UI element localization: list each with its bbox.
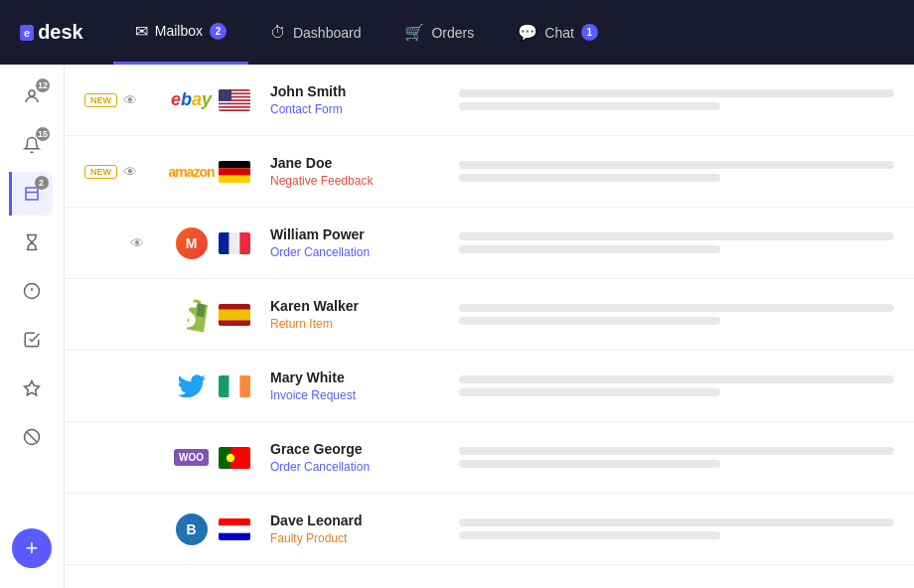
preview-line-1	[459, 161, 894, 169]
star-icon	[23, 379, 41, 397]
sidebar: 12 15 2 +	[0, 65, 65, 588]
table-row[interactable]: B Dave Leonard Faulty Product	[65, 494, 914, 565]
logo-text: desk	[38, 21, 83, 44]
platform-logo-bonanza: B	[164, 514, 219, 545]
svg-rect-22	[219, 309, 250, 320]
new-badge: NEW	[84, 165, 117, 179]
add-button[interactable]: +	[12, 528, 52, 568]
logo[interactable]: e desk	[20, 21, 83, 44]
svg-rect-29	[219, 518, 250, 525]
ticket-type: Order Cancellation	[270, 460, 449, 474]
ticket-tags: 👁	[84, 235, 164, 251]
table-row[interactable]: 👁 M William Power Order Cancellation	[65, 208, 914, 279]
flag-us	[219, 89, 250, 111]
flag-de	[219, 161, 250, 183]
ticket-preview	[449, 518, 894, 539]
ticket-type: Invoice Request	[270, 388, 449, 402]
logo-icon: e	[20, 25, 34, 41]
customer-info: John Smith Contact Form	[270, 83, 449, 116]
nav-orders[interactable]: 🛒 Orders	[382, 0, 496, 65]
svg-rect-19	[229, 232, 240, 254]
nav-mailbox[interactable]: ✉ Mailbox 2	[113, 0, 248, 65]
ticket-tags: NEW 👁	[84, 164, 164, 180]
svg-rect-17	[219, 175, 250, 182]
platform-logo-ebay: ebay	[164, 89, 219, 110]
preview-line-2	[459, 460, 720, 468]
preview-line-1	[459, 375, 894, 383]
preview-line-2	[459, 317, 720, 325]
platform-logo-amazon: amazon	[164, 164, 219, 180]
eye-icon[interactable]: 👁	[123, 92, 137, 108]
preview-line-2	[459, 388, 720, 396]
svg-rect-13	[219, 107, 250, 109]
eye-icon[interactable]: 👁	[130, 235, 144, 251]
sidebar-item-profile[interactable]: 12	[10, 74, 54, 118]
mailbox-badge: 2	[210, 23, 227, 40]
customer-name: John Smith	[270, 83, 449, 99]
preview-line-2	[459, 102, 720, 110]
ticket-type: Faulty Product	[270, 531, 449, 545]
preview-line-1	[459, 232, 894, 240]
sidebar-item-ban[interactable]	[10, 415, 54, 459]
svg-rect-30	[219, 525, 250, 532]
nav-chat-label: Chat	[544, 25, 574, 41]
platform-logo-shopify	[164, 297, 219, 333]
ticket-preview	[449, 161, 894, 182]
ticket-preview	[449, 232, 894, 253]
table-row[interactable]: WOO Grace George Order Cancellation	[65, 422, 914, 494]
customer-info: Jane Doe Negative Feedback	[270, 155, 449, 188]
mailbox-icon: ✉	[135, 22, 148, 41]
sidebar-item-inbox[interactable]: 2	[9, 172, 53, 216]
task-icon	[23, 331, 41, 349]
nav-dashboard[interactable]: ⏱ Dashboard	[248, 0, 383, 65]
ticket-type: Return Item	[270, 317, 449, 331]
sidebar-item-notifications[interactable]: 15	[10, 123, 54, 167]
svg-rect-24	[229, 375, 240, 397]
svg-rect-15	[219, 161, 250, 168]
chat-badge: 1	[581, 24, 598, 41]
orders-icon: 🛒	[404, 23, 424, 42]
customer-name: William Power	[270, 226, 449, 242]
platform-logo-woo: WOO	[164, 449, 219, 466]
hourglass-icon	[23, 233, 41, 251]
nav-orders-label: Orders	[431, 25, 474, 41]
sidebar-item-task[interactable]	[10, 318, 54, 362]
sidebar-item-star[interactable]	[10, 367, 54, 410]
svg-rect-12	[219, 104, 250, 106]
nav-chat[interactable]: 💬 Chat 1	[496, 0, 620, 65]
customer-info: Dave Leonard Faulty Product	[270, 513, 449, 545]
svg-rect-18	[219, 232, 229, 254]
preview-line-2	[459, 531, 720, 539]
svg-marker-4	[25, 381, 40, 395]
customer-name: Jane Doe	[270, 155, 449, 171]
eye-icon[interactable]: 👁	[123, 164, 137, 180]
preview-line-1	[459, 89, 894, 97]
nav-mailbox-label: Mailbox	[155, 23, 203, 39]
flag-fr	[219, 232, 250, 254]
chat-icon: 💬	[518, 23, 537, 42]
notifications-badge: 15	[36, 127, 50, 141]
preview-line-2	[459, 174, 720, 182]
table-row[interactable]: NEW 👁 ebay John Smith Contact Form	[65, 65, 914, 136]
preview-line-1	[459, 518, 894, 526]
flag-hr	[219, 518, 250, 540]
ticket-preview	[449, 89, 894, 110]
sidebar-item-hourglass[interactable]	[10, 220, 54, 264]
table-row[interactable]: Mary White Invoice Request	[65, 351, 914, 422]
platform-logo-magento: M	[164, 227, 219, 259]
flag-es	[219, 304, 250, 326]
table-row[interactable]: NEW 👁 amazon Jane Doe Negative Feedback	[65, 136, 914, 208]
ticket-preview	[449, 375, 894, 396]
customer-info: William Power Order Cancellation	[270, 226, 449, 259]
svg-rect-25	[239, 375, 250, 397]
customer-info: Grace George Order Cancellation	[270, 441, 449, 474]
ticket-preview	[449, 447, 894, 468]
table-row[interactable]: Karen Walker Return Item	[65, 279, 914, 351]
ban-icon	[23, 428, 41, 446]
ticket-type: Order Cancellation	[270, 245, 449, 259]
preview-line-2	[459, 245, 720, 253]
flag-pt	[219, 447, 250, 469]
nav-items: ✉ Mailbox 2 ⏱ Dashboard 🛒 Orders 💬 Chat …	[113, 0, 894, 65]
sidebar-item-alert[interactable]	[10, 269, 54, 313]
nav-dashboard-label: Dashboard	[293, 25, 362, 41]
